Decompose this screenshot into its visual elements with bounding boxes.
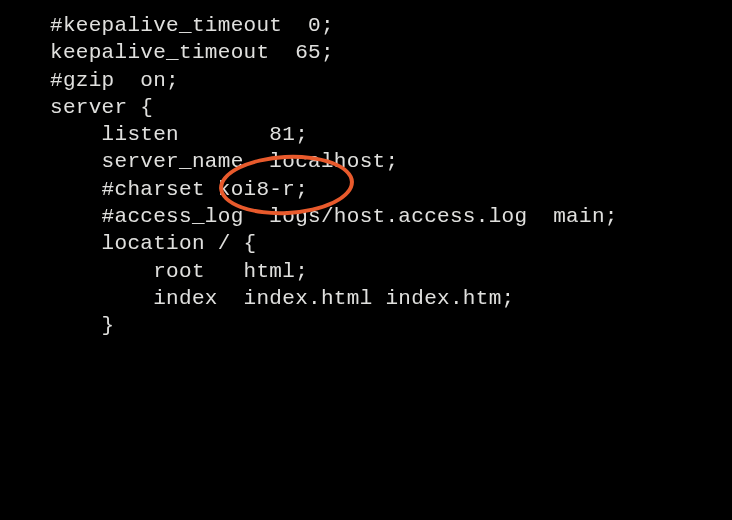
code-line: server_name localhost; <box>50 148 732 175</box>
code-line: #charset koi8-r; <box>50 176 732 203</box>
code-line: root html; <box>50 258 732 285</box>
code-line: #access_log logs/host.access.log main; <box>50 203 732 230</box>
code-line: #gzip on; <box>50 67 732 94</box>
code-line: index index.html index.htm; <box>50 285 732 312</box>
config-code-block: #keepalive_timeout 0; keepalive_timeout … <box>50 12 732 340</box>
code-line: location / { <box>50 230 732 257</box>
code-line: server { <box>50 94 732 121</box>
code-line: } <box>50 312 732 339</box>
code-line: #keepalive_timeout 0; <box>50 12 732 39</box>
code-line: keepalive_timeout 65; <box>50 39 732 66</box>
code-line: listen 81; <box>50 121 732 148</box>
